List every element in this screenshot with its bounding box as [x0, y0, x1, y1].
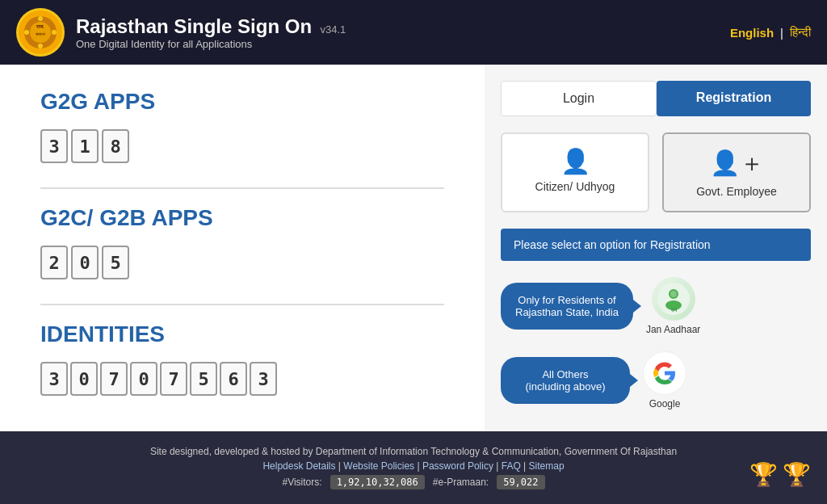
- left-panel: G2G APPS 3 1 8 G2C/ G2B APPS 2 0 5 IDENT…: [0, 65, 485, 431]
- trophy-icon-1: 🏆: [749, 461, 778, 488]
- epramaan-count: 59,022: [497, 475, 544, 489]
- footer: Site designed, developed & hosted by Dep…: [0, 431, 827, 504]
- lang-separator: |: [780, 26, 783, 40]
- registration-options: Only for Residents ofRajasthan State, In…: [501, 277, 811, 410]
- site-title: Rajasthan Single Sign On v34.1: [76, 15, 346, 38]
- user-type-row: 👤 Citizen/ Udhyog 👤＋ Govt. Employee: [501, 132, 811, 212]
- header: राज. सरकार Rajasthan Single Sign On v34.…: [0, 0, 827, 65]
- google-button[interactable]: All Others(including above): [501, 357, 630, 404]
- identities-section-title: IDENTITIES: [40, 321, 444, 347]
- main-content: G2G APPS 3 1 8 G2C/ G2B APPS 2 0 5 IDENT…: [0, 65, 827, 431]
- google-icon: [643, 351, 686, 395]
- auth-tabs: Login Registration: [501, 81, 811, 116]
- id-digit-1: 3: [40, 362, 68, 396]
- logo-icon: राज. सरकार: [16, 8, 65, 57]
- divider-2: [40, 304, 444, 305]
- jan-aadhaar-label: Jan Aadhaar: [646, 324, 700, 335]
- id-digit-5: 7: [160, 362, 187, 396]
- helpdesk-link[interactable]: Helpdesk Details: [262, 460, 335, 472]
- id-digit-6: 5: [190, 362, 217, 396]
- footer-line1: Site designed, developed & hosted by Dep…: [16, 446, 811, 457]
- logo-text: Rajasthan Single Sign On v34.1 One Digit…: [76, 15, 346, 50]
- google-option: All Others(including above) Google: [501, 351, 811, 410]
- trophy-icon-2: 🏆: [783, 461, 811, 488]
- svg-point-5: [38, 16, 43, 21]
- svg-text:जन: जन: [670, 308, 677, 313]
- language-switcher[interactable]: English | हिन्दी: [730, 25, 811, 40]
- svg-point-7: [24, 30, 29, 35]
- g2g-counter: 3 1 8: [40, 129, 129, 163]
- citizen-icon: 👤: [512, 147, 638, 175]
- jan-aadhaar-option: Only for Residents ofRajasthan State, In…: [501, 277, 811, 335]
- id-digit-3: 7: [100, 362, 128, 396]
- identities-counter: 3 0 7 0 7 5 6 3: [40, 362, 444, 396]
- g2c-digit-3: 5: [102, 246, 129, 279]
- google-icon-col[interactable]: Google: [643, 351, 686, 410]
- password-policy-link[interactable]: Password Policy: [422, 460, 493, 472]
- g2c-digit-1: 2: [40, 246, 68, 279]
- jan-aadhaar-button[interactable]: Only for Residents ofRajasthan State, In…: [501, 283, 633, 330]
- site-subtitle: One Digital Identity for all Application…: [76, 38, 346, 50]
- lang-hindi[interactable]: हिन्दी: [790, 25, 811, 40]
- id-digit-7: 6: [220, 362, 247, 396]
- info-banner: Please select an option for Registration: [501, 229, 811, 261]
- citizen-label: Citizen/ Udhyog: [535, 180, 615, 193]
- visitors-label: #Visitors:: [282, 477, 321, 488]
- g2g-section-title: G2G APPS: [40, 89, 444, 115]
- jan-aadhaar-icon-col[interactable]: जन Jan Aadhaar: [646, 277, 700, 335]
- svg-text:राज.: राज.: [36, 24, 44, 29]
- svg-point-6: [38, 44, 43, 48]
- right-panel: Login Registration 👤 Citizen/ Udhyog 👤＋ …: [485, 65, 827, 431]
- g2c-digit-2: 0: [71, 246, 99, 279]
- id-digit-8: 3: [250, 362, 277, 396]
- divider-1: [40, 187, 444, 189]
- faq-link[interactable]: FAQ: [502, 460, 521, 472]
- footer-links: Helpdesk Details | Website Policies | Pa…: [16, 460, 811, 472]
- trophy-icons: 🏆 🏆: [749, 461, 811, 488]
- employee-label: Govt. Employee: [696, 185, 777, 198]
- website-policies-link[interactable]: Website Policies: [343, 460, 414, 472]
- citizen-button[interactable]: 👤 Citizen/ Udhyog: [501, 132, 649, 212]
- sitemap-link[interactable]: Sitemap: [529, 460, 565, 472]
- g2c-section-title: G2C/ G2B APPS: [40, 205, 444, 231]
- employee-icon: 👤＋: [674, 147, 800, 180]
- g2g-digit-1: 3: [40, 129, 68, 163]
- id-digit-2: 0: [70, 362, 98, 396]
- visitors-count: 1,92,10,32,086: [330, 475, 425, 489]
- g2c-counter: 2 0 5: [40, 246, 129, 279]
- svg-point-12: [670, 291, 677, 297]
- jan-aadhaar-icon: जन: [652, 277, 695, 321]
- lang-english[interactable]: English: [730, 26, 774, 40]
- google-label: Google: [649, 398, 681, 410]
- employee-button[interactable]: 👤＋ Govt. Employee: [662, 132, 811, 212]
- g2g-digit-3: 8: [102, 129, 129, 163]
- epramaan-label: #e-Pramaan:: [433, 477, 489, 488]
- header-left: राज. सरकार Rajasthan Single Sign On v34.…: [16, 8, 346, 57]
- id-digit-4: 0: [130, 362, 157, 396]
- tab-login[interactable]: Login: [501, 81, 657, 116]
- tab-registration[interactable]: Registration: [657, 81, 811, 116]
- g2g-digit-2: 1: [71, 129, 99, 163]
- visitor-row: #Visitors: 1,92,10,32,086 #e-Pramaan: 59…: [16, 475, 811, 489]
- svg-point-8: [52, 30, 57, 35]
- svg-text:सरकार: सरकार: [35, 32, 46, 36]
